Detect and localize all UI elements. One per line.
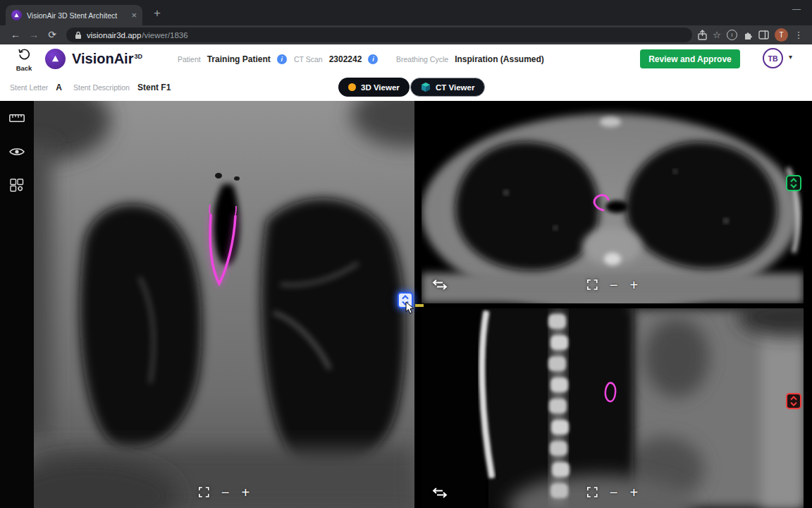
- tab-close-icon[interactable]: ×: [131, 11, 137, 20]
- side-panel-icon[interactable]: [758, 30, 769, 40]
- 3d-viewer-label: 3D Viewer: [361, 83, 400, 92]
- browser-tab[interactable]: VisionAir 3D Stent Architect ×: [6, 5, 142, 25]
- user-menu-caret-icon[interactable]: ▾: [789, 53, 792, 61]
- 3d-viewer-dot-icon: [348, 83, 356, 91]
- eye-icon: [9, 147, 25, 157]
- browser-reload-icon[interactable]: ⟳: [44, 25, 61, 44]
- unfold-arrows-icon: [789, 396, 798, 406]
- browser-tab-bar: VisionAir 3D Stent Architect × + —: [0, 0, 812, 25]
- breathing-cycle-value: Inspiration (Assumed): [455, 54, 544, 64]
- coronal-controls: − +: [199, 487, 250, 497]
- ct-scan-value: 2302242: [329, 54, 362, 64]
- browser-forward-icon[interactable]: →: [25, 25, 42, 44]
- lock-icon: [75, 31, 82, 40]
- zoom-out-button[interactable]: −: [221, 488, 230, 497]
- patient-value: Training Patient: [207, 54, 271, 64]
- coronal-ct-image: [34, 101, 414, 508]
- ct-scan-field: CT Scan 2302242 i: [294, 44, 378, 73]
- browser-address-bar: ← → ⟳ visionair3d.app /viewer/1836 ☆ i T…: [0, 25, 812, 44]
- address-input[interactable]: visionair3d.app /viewer/1836: [66, 28, 692, 42]
- unfold-arrows-icon: [401, 295, 410, 306]
- patient-field: Patient Training Patient i: [178, 44, 287, 73]
- new-tab-button[interactable]: +: [149, 6, 165, 20]
- sagittal-ct-view[interactable]: − +: [422, 308, 804, 508]
- stent-description-group: Stent Description Stent F1: [73, 73, 171, 101]
- slice-handle-red[interactable]: [786, 393, 801, 409]
- zoom-in-button[interactable]: +: [242, 488, 250, 497]
- tab-title: VisionAir 3D Stent Architect: [27, 11, 126, 20]
- unfold-arrows-icon: [789, 178, 798, 188]
- url-domain: visionair3d.app: [87, 31, 141, 40]
- stent-letter-group: Stent Letter A: [10, 73, 62, 101]
- browser-back-icon[interactable]: ←: [7, 25, 24, 44]
- coronal-ct-view[interactable]: − +: [34, 101, 414, 508]
- patient-info-icon[interactable]: i: [277, 54, 287, 64]
- breathing-cycle-label: Breathing Cycle: [396, 55, 448, 64]
- toggle-3d-viewer[interactable]: 3D Viewer: [338, 78, 410, 97]
- zoom-out-button[interactable]: −: [610, 280, 618, 290]
- breathing-cycle-field: Breathing Cycle Inspiration (Assumed): [396, 44, 544, 73]
- sagittal-ct-image: [422, 308, 804, 508]
- back-icon: [18, 47, 31, 61]
- site-favicon-icon: [11, 10, 22, 20]
- back-button[interactable]: Back: [11, 47, 37, 72]
- share-icon[interactable]: [698, 30, 707, 40]
- visibility-tool-button[interactable]: [8, 143, 25, 160]
- patient-label: Patient: [178, 55, 201, 64]
- stent-letter-value: A: [56, 83, 62, 92]
- app-header: Back VisionAir3D Patient Training Patien…: [0, 44, 812, 73]
- sagittal-controls: − +: [587, 487, 638, 497]
- bookmark-star-icon[interactable]: ☆: [713, 30, 721, 40]
- screen: VisionAir 3D Stent Architect × + — ← → ⟳…: [0, 0, 812, 508]
- stent-letter-label: Stent Letter: [10, 83, 48, 92]
- window-minimize-icon[interactable]: —: [792, 4, 801, 14]
- fullscreen-button[interactable]: [587, 279, 598, 290]
- axial-ct-view[interactable]: − +: [422, 101, 804, 303]
- slice-handle-green[interactable]: [786, 175, 801, 191]
- review-approve-button[interactable]: Review and Approve: [640, 49, 740, 68]
- ct-scan-info-icon[interactable]: i: [368, 54, 378, 64]
- app-logo: VisionAir3D: [45, 49, 142, 69]
- browser-menu-icon[interactable]: ⋮: [794, 30, 804, 40]
- swap-view-button[interactable]: [432, 488, 448, 498]
- ct-viewport: − +: [0, 101, 812, 508]
- fullscreen-button[interactable]: [587, 487, 598, 497]
- app-name-sup: 3D: [134, 53, 142, 60]
- ct-viewer-label: CT Viewer: [436, 83, 474, 92]
- toggle-ct-viewer[interactable]: CT Viewer: [410, 78, 485, 97]
- stent-bar: Stent Letter A Stent Description Stent F…: [0, 73, 812, 101]
- stent-description-label: Stent Description: [73, 83, 130, 92]
- ct-scan-label: CT Scan: [294, 55, 323, 64]
- swap-view-button[interactable]: [432, 279, 448, 290]
- axial-ct-image: [422, 101, 804, 303]
- slice-indicator-yellow: [415, 304, 424, 307]
- extensions-puzzle-icon[interactable]: [743, 30, 753, 40]
- measure-tool-button[interactable]: [8, 109, 25, 126]
- user-avatar[interactable]: TB: [763, 48, 783, 68]
- zoom-out-button[interactable]: −: [610, 488, 618, 497]
- modules-gear-icon: [10, 179, 24, 192]
- url-path: /viewer/1836: [142, 31, 187, 40]
- browser-profile-avatar[interactable]: T: [775, 28, 788, 42]
- ct-cube-icon: [421, 82, 431, 92]
- browser-actions: ☆ i T ⋮: [698, 28, 805, 42]
- ruler-icon: [9, 114, 25, 122]
- tool-rail: [0, 101, 34, 508]
- visionair-logo-icon: [45, 49, 66, 69]
- fullscreen-button[interactable]: [199, 487, 209, 497]
- layers-settings-button[interactable]: [8, 176, 25, 193]
- stent-description-value: Stent F1: [137, 83, 171, 92]
- extension-icon-1[interactable]: i: [727, 30, 737, 40]
- app-name: VisionAir: [72, 51, 133, 66]
- back-label: Back: [11, 64, 37, 72]
- slice-handle-blue[interactable]: [398, 292, 413, 308]
- zoom-in-button[interactable]: +: [630, 488, 639, 497]
- axial-controls: − +: [587, 279, 638, 290]
- zoom-in-button[interactable]: +: [630, 280, 639, 290]
